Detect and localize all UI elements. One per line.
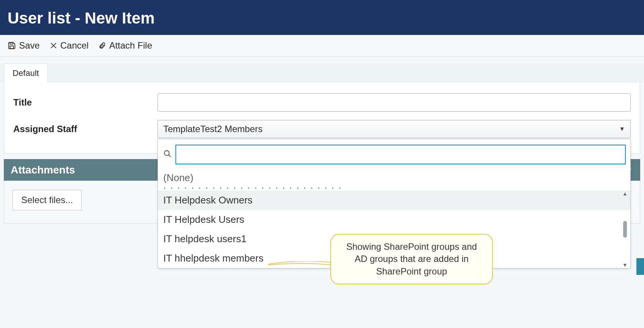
dropdown-truncated-item: . . . . . . . . . . . . . . . . . . . . … [158, 185, 630, 191]
dropdown-search-input[interactable] [175, 145, 626, 164]
attach-file-label: Attach File [109, 40, 152, 51]
svg-rect-0 [10, 43, 13, 44]
svg-point-4 [164, 151, 169, 156]
field-title-row: Title [13, 93, 631, 112]
close-icon [50, 42, 57, 49]
dropdown-option-none[interactable]: (None) [158, 170, 630, 185]
svg-line-5 [169, 155, 171, 157]
form-content: Default Title Assigned Staff TemplateTes… [0, 57, 644, 224]
save-icon [8, 41, 16, 50]
attachments-title: Attachments [11, 164, 75, 176]
page-title: User list - New Item [8, 9, 155, 27]
field-assigned-row: Assigned Staff TemplateTest2 Members ▼ [13, 120, 631, 138]
tab-default[interactable]: Default [4, 63, 48, 83]
title-input[interactable] [158, 93, 631, 112]
save-label: Save [19, 40, 40, 51]
chevron-down-icon: ▼ [619, 126, 625, 132]
page-header: User list - New Item [0, 0, 644, 35]
paperclip-icon [98, 41, 106, 50]
cancel-label: Cancel [60, 40, 89, 51]
field-assigned-label: Assigned Staff [13, 124, 158, 134]
dropdown-option[interactable]: IT Helpdesk Users [158, 210, 630, 229]
search-icon [163, 150, 172, 159]
svg-rect-1 [10, 46, 13, 49]
assigned-staff-select[interactable]: TemplateTest2 Members ▼ [158, 120, 631, 138]
cancel-button[interactable]: Cancel [50, 40, 89, 51]
callout-text: Showing SharePoint groups and AD groups … [346, 241, 477, 276]
assigned-selected-value: TemplateTest2 Members [163, 124, 262, 134]
tab-strip: Default [0, 63, 644, 83]
dropdown-option[interactable]: IT Helpdesk Owners [158, 191, 630, 210]
right-edge-strip [636, 258, 644, 275]
form-panel: Title Assigned Staff TemplateTest2 Membe… [4, 83, 640, 154]
field-title-label: Title [13, 97, 158, 108]
assigned-select-wrap: TemplateTest2 Members ▼ (None) . [158, 120, 631, 138]
annotation-callout: Showing SharePoint groups and AD groups … [330, 234, 493, 284]
action-toolbar: Save Cancel Attach File [0, 35, 644, 57]
callout-pointer [268, 261, 333, 267]
attach-file-button[interactable]: Attach File [98, 40, 152, 51]
select-files-button[interactable]: Select files... [13, 190, 82, 210]
dropdown-search-row [158, 139, 630, 170]
save-button[interactable]: Save [8, 40, 40, 51]
